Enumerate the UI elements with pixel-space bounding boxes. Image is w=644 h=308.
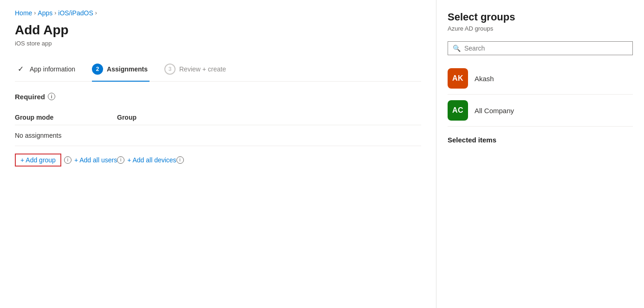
add-group-button[interactable]: + Add group: [15, 154, 61, 167]
section-required-label: Required: [15, 93, 45, 101]
no-assignments-text: No assignments: [15, 132, 117, 139]
actions-bar: + Add group i + Add all users i + Add al…: [15, 154, 421, 167]
col-group: Group: [117, 114, 421, 121]
group-item-akash[interactable]: AK Akash: [448, 63, 633, 95]
section-required: Required i: [15, 93, 421, 101]
breadcrumb: Home › Apps › iOS/iPadOS ›: [15, 9, 421, 17]
add-group-info-icon[interactable]: i: [64, 156, 72, 164]
breadcrumb-sep-3: ›: [95, 10, 97, 16]
col-group-mode: Group mode: [15, 114, 117, 121]
step-review-create[interactable]: 3 Review + create: [164, 58, 235, 81]
add-all-devices-info-icon[interactable]: i: [176, 156, 184, 164]
page-title: Add App: [15, 22, 421, 38]
step-assignments-label: Assignments: [107, 65, 148, 73]
search-input[interactable]: [464, 45, 628, 52]
group-name-akash: Akash: [475, 75, 494, 83]
add-all-devices-link[interactable]: + Add all devices: [127, 156, 176, 164]
search-icon: 🔍: [453, 45, 461, 52]
groups-list: AK Akash AC All Company: [448, 63, 633, 127]
table-row-empty: No assignments: [15, 125, 421, 146]
breadcrumb-home[interactable]: Home: [15, 9, 32, 17]
avatar-akash: AK: [448, 68, 468, 89]
panel-title: Select groups: [448, 11, 633, 23]
panel-subtitle: Azure AD groups: [448, 25, 633, 32]
add-all-users-link[interactable]: + Add all users: [74, 156, 117, 164]
add-all-users-info-icon[interactable]: i: [117, 156, 124, 164]
avatar-all-company: AC: [448, 100, 468, 121]
table-header: Group mode Group: [15, 110, 421, 125]
left-panel: Home › Apps › iOS/iPadOS › Add App iOS s…: [0, 0, 436, 308]
search-box[interactable]: 🔍: [448, 41, 633, 55]
step-assignments[interactable]: 2 Assignments: [92, 58, 157, 81]
breadcrumb-sep-1: ›: [34, 10, 36, 16]
page-subtitle: iOS store app: [15, 40, 421, 47]
step-assignments-circle: 2: [92, 64, 103, 75]
steps-nav: ✓ App information 2 Assignments 3 Review…: [15, 58, 421, 82]
breadcrumb-platform[interactable]: iOS/iPadOS: [58, 9, 93, 17]
step-review-circle: 3: [164, 64, 176, 75]
breadcrumb-apps[interactable]: Apps: [38, 9, 52, 17]
step-app-information[interactable]: ✓ App information: [15, 58, 85, 81]
step-review-label: Review + create: [179, 65, 226, 73]
step-app-information-label: App information: [30, 65, 75, 73]
step-check-icon: ✓: [15, 64, 26, 75]
required-info-icon[interactable]: i: [48, 93, 55, 100]
group-name-all-company: All Company: [475, 107, 514, 115]
breadcrumb-sep-2: ›: [54, 10, 56, 16]
right-panel: Select groups Azure AD groups 🔍 AK Akash…: [436, 0, 644, 308]
selected-items-title: Selected items: [448, 136, 633, 144]
group-item-all-company[interactable]: AC All Company: [448, 95, 633, 127]
